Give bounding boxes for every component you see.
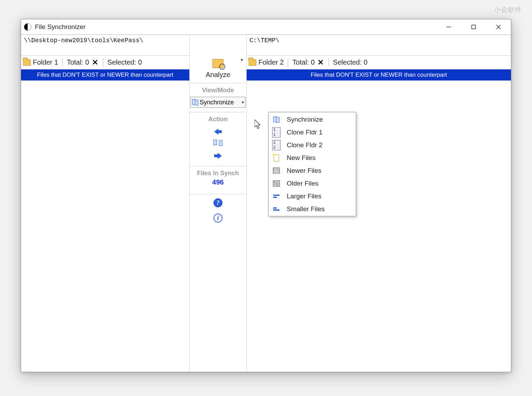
folder-icon[interactable] (23, 59, 31, 66)
menu-item-label: Newer Files (287, 167, 321, 175)
maximize-button[interactable] (461, 19, 486, 34)
menu-item-smaller-files[interactable]: Smaller Files (269, 202, 355, 215)
mode-selected-text: Synchronize (200, 99, 240, 106)
smaller-bar-icon (272, 205, 281, 213)
menu-item-label: New Files (287, 154, 315, 162)
mode-dropdown[interactable]: Synchronize ▾ (190, 97, 246, 108)
folder-1-label: Folder 1 (33, 58, 58, 66)
minimize-icon (446, 25, 451, 29)
content-area: \\Desktop-new2019\tools\KeePass\ Folder … (21, 35, 511, 372)
folder-2-header: Files that DON'T EXIST or NEWER than cou… (247, 69, 511, 81)
info-button[interactable]: i (213, 214, 222, 223)
menu-item-label: Larger Files (287, 192, 321, 200)
minimize-button[interactable] (436, 19, 461, 34)
menu-item-label: Older Files (287, 180, 319, 187)
path-input-2[interactable]: C:\TEMP\ (247, 35, 511, 56)
folder-2-stats: Folder 2 Total: 0 ✕ Selected: 0 (247, 56, 511, 69)
clone-2-icon: 2 2 (272, 141, 281, 149)
new-file-icon (272, 154, 281, 162)
watermark-text: 小众软件 (494, 5, 522, 15)
clone-1-icon: 1 1 (272, 129, 281, 136)
menu-item-label: Smaller Files (287, 205, 325, 213)
close-button[interactable] (486, 19, 511, 34)
folder-2-selected: Selected: 0 (333, 58, 368, 66)
window-controls (436, 19, 511, 34)
divider (288, 58, 288, 67)
action-buttons (190, 126, 246, 162)
larger-bar-icon (272, 192, 281, 200)
divider (103, 58, 103, 67)
menu-item-older-files[interactable]: Older Files (269, 177, 355, 190)
maximize-icon (471, 25, 476, 29)
copy-right-button[interactable] (214, 153, 222, 159)
clear-icon[interactable]: ✕ (317, 58, 324, 67)
help-info-block: ? i (190, 194, 246, 227)
chevron-down-icon[interactable]: ▾ (241, 57, 243, 62)
menu-item-label: Clone Fldr 1 (287, 129, 323, 136)
synchronize-icon (192, 99, 198, 105)
menu-item-label: Synchronize (287, 116, 323, 123)
folder-2-label: Folder 2 (258, 58, 284, 66)
window-title: File Synchronizer (35, 23, 436, 31)
analyze-icon (212, 59, 224, 68)
divider (329, 58, 329, 67)
app-icon (24, 23, 31, 31)
action-label: Action (190, 112, 246, 126)
copy-left-button[interactable] (214, 129, 222, 135)
svg-marker-4 (214, 129, 222, 135)
files-in-synch-block: Files in Synch 496 (190, 166, 246, 190)
svg-marker-5 (214, 153, 222, 159)
path-input-1[interactable]: \\Desktop-new2019\tools\KeePass\ (21, 35, 189, 56)
files-in-synch-count: 496 (190, 178, 246, 186)
menu-item-clone-fldr-1[interactable]: 1 1 Clone Fldr 1 (269, 126, 355, 139)
menu-item-larger-files[interactable]: Larger Files (269, 190, 355, 202)
file-list-1[interactable] (21, 81, 189, 372)
folder-1-header: Files that DON'T EXIST or NEWER than cou… (21, 69, 189, 81)
chevron-down-icon: ▾ (242, 100, 244, 105)
viewmode-label: View/Mode (190, 83, 246, 97)
clear-icon[interactable]: ✕ (92, 58, 98, 67)
menu-item-new-files[interactable]: New Files (269, 151, 355, 164)
title-bar: File Synchronizer (21, 19, 511, 35)
files-in-synch-label: Files in Synch (190, 168, 246, 177)
divider (62, 58, 63, 67)
menu-item-synchronize[interactable]: Synchronize (269, 113, 355, 126)
mode-dropdown-menu: Synchronize 1 1 Clone Fldr 1 2 2 Clone F… (268, 112, 356, 216)
center-column: ▾ Analyze View/Mode Synchronize ▾ Action… (190, 35, 246, 372)
hatch-icon (272, 180, 281, 187)
help-button[interactable]: ? (213, 198, 222, 207)
folder-2-total: Total: 0 (292, 58, 314, 66)
panel-folder-1: \\Desktop-new2019\tools\KeePass\ Folder … (21, 35, 190, 372)
folder-1-stats: Folder 1 Total: 0 ✕ Selected: 0 (21, 56, 189, 69)
folder-1-selected: Selected: 0 (107, 58, 142, 66)
svg-rect-1 (472, 25, 476, 29)
app-window: File Synchronizer \\Desktop-new2019\tool… (21, 19, 511, 372)
folder-1-total: Total: 0 (67, 58, 89, 66)
close-icon (496, 25, 501, 29)
folder-icon[interactable] (249, 59, 256, 66)
synchronize-icon (272, 116, 281, 123)
menu-item-newer-files[interactable]: Newer Files (269, 164, 355, 177)
analyze-label: Analyze (206, 71, 230, 79)
calendar-icon (272, 167, 281, 175)
menu-item-clone-fldr-2[interactable]: 2 2 Clone Fldr 2 (269, 139, 355, 151)
menu-item-label: Clone Fldr 2 (287, 141, 323, 149)
analyze-button[interactable]: ▾ Analyze (190, 35, 246, 83)
sync-both-button[interactable] (213, 140, 222, 148)
